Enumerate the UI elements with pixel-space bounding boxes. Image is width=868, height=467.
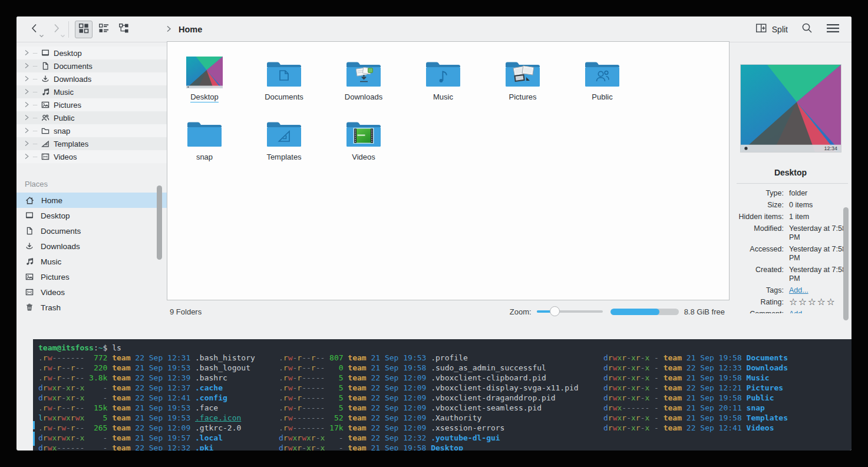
- chevron-right-icon[interactable]: [24, 75, 29, 84]
- chevron-right-icon[interactable]: [24, 62, 29, 71]
- folder-item-documents[interactable]: Documents: [263, 54, 305, 102]
- tree-item-desktop[interactable]: Desktop: [16, 47, 167, 59]
- rating-stars[interactable]: ☆☆☆☆☆: [789, 298, 847, 307]
- details-view-icon: [98, 22, 110, 37]
- video-icon: [41, 152, 50, 161]
- tree-item-label: Downloads: [54, 75, 91, 84]
- tree-item-documents[interactable]: Documents: [16, 59, 167, 72]
- tree-view-icon: [118, 22, 130, 37]
- places-item-label: Trash: [41, 303, 61, 312]
- places-item-pictures[interactable]: Pictures: [16, 269, 167, 284]
- folder-item-music[interactable]: Music: [423, 54, 464, 102]
- folder-item-label: Public: [592, 92, 612, 101]
- toolbar: Home Split: [16, 16, 852, 42]
- desktop-icon: [41, 48, 50, 58]
- folder-icon: [345, 54, 382, 88]
- tree-guide: [33, 157, 37, 157]
- image-icon: [25, 272, 34, 281]
- folder-item-videos[interactable]: Videos: [343, 114, 384, 161]
- info-details: Type:folderSize:0 itemsHidden items:1 it…: [730, 189, 852, 283]
- tree-guide: [33, 92, 37, 92]
- forward-button[interactable]: [47, 21, 65, 38]
- breadcrumb-home[interactable]: Home: [179, 25, 202, 34]
- split-button[interactable]: Split: [755, 23, 788, 35]
- terminal-column-2: .rw-r--r--807team21 Sep 19:53.profile.rw…: [279, 353, 579, 451]
- info-detail-row: Modified:Yesterday at 7:58 PM: [730, 224, 852, 242]
- tree-view-button[interactable]: [115, 21, 133, 38]
- terminal-ls-row: drwxrwxr-x-team21 Sep 19:57.local: [38, 433, 255, 443]
- details-view-button[interactable]: [95, 21, 113, 38]
- search-button[interactable]: [801, 22, 813, 37]
- folder-item-label: Desktop: [190, 92, 219, 102]
- chevron-right-icon[interactable]: [24, 127, 29, 135]
- terminal-ls-row: .rw-------17kteam22 Sep 12:09.xsession-e…: [279, 423, 579, 433]
- comment-label: Comment:: [730, 310, 784, 313]
- places-item-downloads[interactable]: Downloads: [16, 239, 167, 254]
- zoom-slider[interactable]: [537, 306, 603, 317]
- folder-icon: [345, 114, 382, 148]
- music-icon: [41, 87, 50, 97]
- tree-item-videos[interactable]: Videos: [16, 150, 167, 163]
- info-detail-row: Created:Yesterday at 7:58 PM: [730, 266, 852, 283]
- places-item-documents[interactable]: Documents: [16, 223, 167, 239]
- tree-item-downloads[interactable]: Downloads: [16, 72, 167, 85]
- add-tags-link[interactable]: Add...: [789, 286, 808, 294]
- folder-view[interactable]: DesktopDocumentsDownloadsMusicPicturesPu…: [167, 41, 730, 300]
- chevron-right-icon[interactable]: [24, 88, 29, 97]
- terminal-ls-row: .rw-r-----5team22 Sep 12:09.vboxclient-s…: [279, 403, 579, 413]
- items-count: 9 Folders: [170, 307, 202, 316]
- forward-dropdown-icon[interactable]: [60, 34, 65, 38]
- places-item-home[interactable]: Home: [16, 193, 167, 208]
- chevron-right-icon[interactable]: [24, 153, 29, 161]
- users-icon: [41, 113, 50, 122]
- tree-item-snap[interactable]: snap: [16, 124, 167, 137]
- tree-item-templates[interactable]: Templates: [16, 137, 167, 150]
- folder-item-snap[interactable]: snap: [184, 114, 225, 161]
- folder-item-pictures[interactable]: Pictures: [502, 54, 543, 102]
- back-dropdown-icon[interactable]: [39, 34, 44, 38]
- terminal-panel[interactable]: team@itsfoss:~$ ls .rw-------772team22 S…: [33, 339, 852, 451]
- info-scrollbar[interactable]: [843, 207, 849, 320]
- places-item-label: Downloads: [41, 242, 80, 251]
- folder-item-desktop[interactable]: Desktop: [184, 54, 225, 102]
- terminal-ls-row: .rw-r--r--3.8kteam22 Sep 12:39.bashrc: [38, 373, 255, 383]
- chevron-right-icon[interactable]: [24, 49, 29, 58]
- tree-item-public[interactable]: Public: [16, 111, 167, 124]
- download-icon: [25, 241, 34, 251]
- tree-guide: [33, 131, 37, 131]
- folder-item-downloads[interactable]: Downloads: [343, 54, 384, 102]
- tree-item-music[interactable]: Music: [16, 85, 167, 98]
- add-comment-link[interactable]: Add...: [789, 310, 808, 313]
- places-item-trash[interactable]: Trash: [16, 300, 167, 315]
- places-scrollbar[interactable]: [157, 186, 162, 260]
- folder-item-public[interactable]: Public: [582, 54, 623, 102]
- back-button[interactable]: [26, 21, 44, 38]
- breadcrumb[interactable]: Home: [166, 24, 202, 35]
- places-item-music[interactable]: Music: [16, 254, 167, 269]
- svg-text:12:34: 12:34: [824, 145, 837, 151]
- tree-item-label: Videos: [54, 153, 77, 161]
- folder-grid: DesktopDocumentsDownloadsMusicPicturesPu…: [184, 54, 738, 173]
- terminal-ls-row: .rw-r-----5team22 Sep 12:09.vboxclient-d…: [279, 393, 579, 403]
- chevron-right-icon[interactable]: [24, 101, 29, 110]
- places-item-label: Pictures: [41, 273, 70, 281]
- info-divider: [737, 183, 848, 184]
- chevron-right-icon[interactable]: [24, 140, 29, 148]
- document-icon: [41, 61, 50, 71]
- terminal-ls-row: drwxr-xr-x-team22 Sep 12:41.config: [38, 393, 255, 403]
- disk-capacity-fill: [610, 309, 660, 315]
- tree-item-label: Desktop: [54, 49, 82, 58]
- toolbar-separator: [68, 21, 69, 38]
- detail-label: Accessed:: [730, 245, 784, 263]
- tree-item-pictures[interactable]: Pictures: [16, 98, 167, 111]
- places-item-desktop[interactable]: Desktop: [16, 208, 167, 223]
- detail-value: folder: [789, 189, 847, 198]
- menu-button[interactable]: [826, 24, 840, 35]
- folder-item-templates[interactable]: Templates: [263, 114, 305, 161]
- info-title: Desktop: [730, 168, 852, 177]
- places-item-videos[interactable]: Videos: [16, 284, 167, 300]
- icons-view-button[interactable]: [75, 21, 93, 38]
- chevron-right-icon[interactable]: [24, 114, 29, 122]
- zoom-slider-knob[interactable]: [550, 306, 560, 316]
- folder-icon: [41, 126, 50, 135]
